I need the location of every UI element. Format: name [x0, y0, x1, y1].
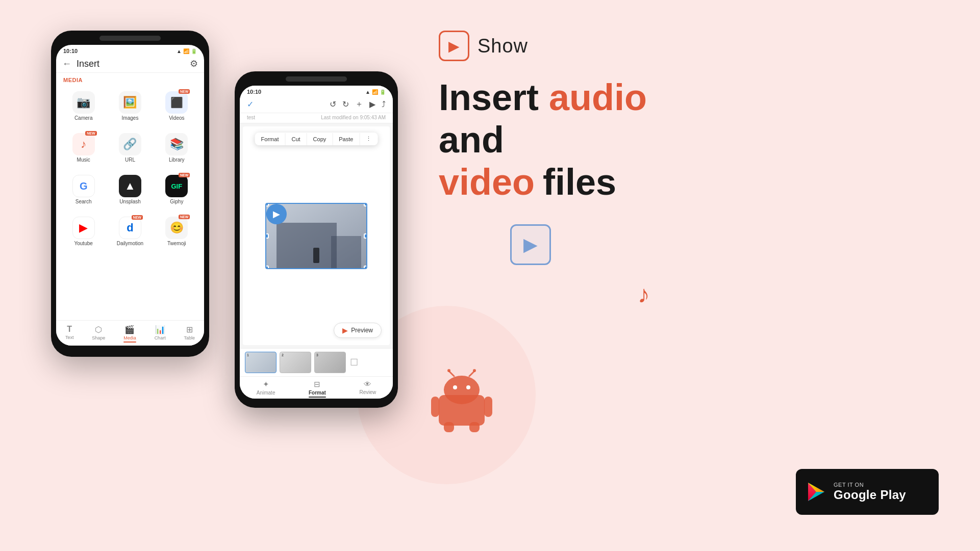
editor-header: ✓ ↺ ↻ ＋ ▶ ⤴: [240, 96, 393, 113]
android-svg: [429, 367, 495, 433]
icon-giphy[interactable]: GIF NEW Giphy: [155, 171, 199, 208]
animate-icon: ✦: [263, 380, 269, 389]
icon-library[interactable]: 📚 Library: [155, 129, 199, 167]
share-icon[interactable]: ⤴: [382, 100, 386, 109]
icon-unsplash[interactable]: ▲ Unsplash: [108, 171, 152, 208]
headline: Insert audio and video files: [439, 76, 939, 203]
right-content-area: ▶ Show Insert audio and video files: [439, 31, 939, 223]
footer-tab-animate[interactable]: ✦ Animate: [257, 380, 275, 398]
svg-rect-11: [469, 422, 480, 432]
ctx-format[interactable]: Format: [255, 133, 286, 145]
chart-tab-icon: 📊: [155, 325, 165, 334]
undo-icon[interactable]: ↺: [330, 99, 336, 109]
slide-thumb-2[interactable]: 2: [280, 352, 311, 373]
icon-youtube[interactable]: ▶ Youtube: [61, 213, 106, 250]
tab-chart[interactable]: 📊 Chart: [152, 324, 169, 344]
footer-tab-format[interactable]: ⊟ Format: [309, 380, 326, 398]
tab-shape[interactable]: ⬡ Shape: [89, 324, 108, 344]
svg-point-6: [447, 369, 450, 372]
video-element[interactable]: ▶: [265, 203, 367, 269]
preview-button[interactable]: ▶ Preview: [334, 323, 382, 338]
text-tab-label: Text: [65, 335, 74, 340]
back-button[interactable]: ←: [62, 59, 71, 69]
twemoji-badge: NEW: [179, 215, 190, 219]
ctx-cut[interactable]: Cut: [285, 133, 307, 145]
gplay-text: GET IT ON Google Play: [834, 482, 906, 502]
deco-music-icon: ♪: [638, 280, 650, 308]
camera-icon-circle: 📷: [72, 91, 95, 114]
tab-table[interactable]: ⊞ Table: [181, 324, 198, 344]
handle-top-right[interactable]: [364, 203, 367, 206]
slide-thumb-3[interactable]: 3: [314, 352, 346, 373]
twemoji-icon-circle: 😊 NEW: [165, 217, 188, 239]
right-phone-screen: 10:10 ▲ 📶 🔋 ✓ ↺ ↻ ＋ ▶ ⤴ test Last modifi…: [240, 86, 393, 399]
handle-mid-right[interactable]: [364, 233, 367, 239]
play-icon[interactable]: ▶: [369, 99, 375, 109]
images-icon-circle: 🖼️: [119, 91, 141, 114]
add-icon[interactable]: ＋: [355, 99, 363, 110]
svg-point-1: [444, 376, 480, 404]
ctx-paste[interactable]: Paste: [333, 133, 360, 145]
google-play-badge[interactable]: GET IT ON Google Play: [796, 469, 939, 515]
left-phone-screen: 10:10 ▲ 📶 🔋 ← Insert ⚙ MEDIA 📷 Camera 🖼️…: [56, 45, 204, 346]
checkmark-icon[interactable]: ✓: [247, 99, 254, 109]
brand-logo-icon: ▶: [448, 38, 460, 55]
handle-bottom-right[interactable]: [364, 266, 367, 269]
shape-tab-label: Shape: [92, 335, 105, 340]
settings-icon[interactable]: ⚙: [190, 58, 198, 69]
unsplash-icon-circle: ▲: [119, 175, 141, 197]
svg-rect-10: [444, 422, 454, 432]
search-icon-circle: G: [72, 175, 95, 197]
icon-grid-row1: 📷 Camera 🖼️ Images ⬛ NEW Videos: [56, 85, 204, 127]
tab-media[interactable]: 🎬 Media: [120, 324, 139, 344]
status-bar-left: 10:10 ▲ 📶 🔋: [56, 45, 204, 55]
redo-icon[interactable]: ↻: [342, 99, 349, 109]
format-tab-underline: [309, 397, 326, 398]
svg-point-7: [473, 369, 476, 372]
music-badge: NEW: [85, 131, 96, 136]
gplay-store-text: Google Play: [834, 488, 906, 502]
daily-badge: NEW: [132, 215, 143, 220]
headline-and: and: [439, 119, 939, 161]
youtube-icon-circle: ▶: [72, 217, 95, 239]
media-tab-label: Media: [123, 335, 136, 340]
dailymotion-label: Dailymotion: [117, 241, 143, 246]
icon-url[interactable]: 🔗 URL: [108, 129, 152, 167]
tab-text[interactable]: T Text: [62, 324, 77, 344]
editor-action-buttons: ↺ ↻ ＋ ▶ ⤴: [330, 99, 386, 110]
footer-tab-review[interactable]: 👁 Review: [359, 380, 376, 398]
handle-top-left[interactable]: [265, 203, 269, 206]
phone-notch: [99, 36, 161, 41]
slide-editing-area[interactable]: Format Cut Copy Paste ⋮ ▶: [243, 126, 390, 345]
icon-twemoji[interactable]: 😊 NEW Twemoji: [155, 213, 199, 250]
video-play-button[interactable]: ▶: [266, 204, 287, 224]
phone-notch-right: [286, 76, 347, 82]
youtube-label: Youtube: [74, 241, 92, 246]
camera-label: Camera: [74, 115, 93, 121]
ctx-copy[interactable]: Copy: [307, 133, 333, 145]
add-slide-button[interactable]: ☐: [350, 357, 358, 368]
icon-videos[interactable]: ⬛ NEW Videos: [155, 87, 199, 125]
handle-mid-left[interactable]: [265, 233, 269, 239]
preview-label: Preview: [351, 327, 373, 334]
twemoji-label: Twemoji: [167, 241, 186, 246]
icon-search[interactable]: G Search: [61, 171, 106, 208]
giphy-icon-circle: GIF NEW: [165, 175, 188, 197]
icon-dailymotion[interactable]: d NEW Dailymotion: [108, 213, 152, 250]
icon-images[interactable]: 🖼️ Images: [108, 87, 152, 125]
preview-play-icon: ▶: [342, 326, 348, 334]
section-media-label: MEDIA: [56, 73, 204, 85]
icon-music[interactable]: ♪ NEW Music: [61, 129, 106, 167]
slide-thumb-1[interactable]: 1: [245, 352, 277, 373]
brand-name: Show: [478, 35, 528, 57]
status-icons-right: ▲ 📶 🔋: [365, 89, 386, 95]
handle-bottom-left[interactable]: [265, 266, 269, 269]
icon-camera[interactable]: 📷 Camera: [61, 87, 106, 125]
app-header: ← Insert ⚙: [56, 55, 204, 73]
ctx-more[interactable]: ⋮: [360, 133, 378, 145]
animate-label: Animate: [257, 390, 275, 396]
context-menu: Format Cut Copy Paste ⋮: [255, 133, 378, 145]
text-tab-icon: T: [67, 325, 72, 334]
slide-strip: 1 2 3 ☐: [240, 348, 393, 376]
review-label: Review: [359, 389, 376, 395]
